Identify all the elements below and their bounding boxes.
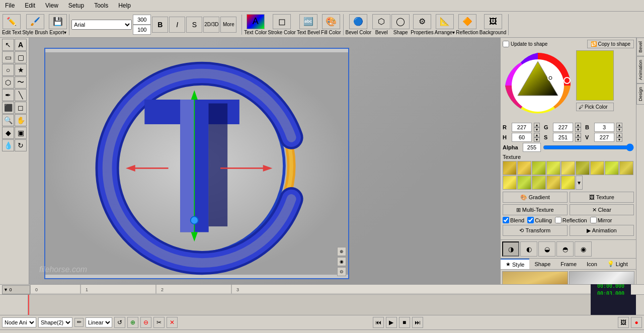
s-input[interactable] [553,133,573,142]
stroke-color-tool[interactable]: ◻ Stroke Color [268,14,296,35]
culling-checkbox[interactable] [527,217,534,223]
line-tool[interactable]: ╲ [15,89,27,101]
mirror-checkbox[interactable] [590,217,597,223]
texture-scroll-down[interactable]: ▼ [576,176,583,190]
tab-frame[interactable]: Frame [555,259,582,269]
texture-btn[interactable]: 🖼 Texture [570,192,634,203]
b-up[interactable]: ▲ [616,123,622,127]
bevel-tab-animation[interactable]: Animation [636,56,644,84]
polygon-tool[interactable]: ⬡ [2,76,14,89]
ellipse-tool[interactable]: ○ [2,64,14,76]
menu-help[interactable]: Help [115,1,134,10]
add-keyframe-btn[interactable]: ⊕ [127,317,138,328]
arrange-tool[interactable]: 📐 Arrange▾ [435,14,455,35]
texture-item-7[interactable] [605,161,619,175]
2d3d-btn[interactable]: 2D/3D [203,17,219,33]
s-up[interactable]: ▲ [575,133,581,137]
style-icon-btn-4[interactable]: ◓ [556,241,574,257]
s-dn[interactable]: ▼ [575,137,581,142]
clear-btn[interactable]: ✕ Clear [570,204,634,215]
round-rect-tool[interactable]: ▢ [15,51,27,63]
g-input[interactable] [553,123,573,132]
font-size-bottom[interactable] [133,25,151,35]
transform-btn[interactable]: ⟲ Transform [503,225,568,236]
timeline-track-area[interactable] [28,295,591,315]
text-bevel-tool[interactable]: 🔤 Text Bevel [297,14,320,35]
canvas-btn2[interactable]: ◉ [337,257,346,266]
bold-btn[interactable]: B [152,17,168,33]
pick-color-btn[interactable]: 🖊 Pick Color [576,103,614,111]
texture-item-13[interactable] [561,176,575,190]
alpha-input[interactable] [523,143,541,152]
multi-texture-btn[interactable]: ⊞ Multi-Texture [503,204,568,215]
curve-tool[interactable]: 〜 [15,76,27,89]
style-icon-btn-1[interactable]: ◑ [502,241,519,257]
texture-item-5[interactable] [576,161,590,175]
eraser-tool[interactable]: ◻ [15,102,27,114]
h-input[interactable] [512,133,532,142]
split-btn[interactable]: ✂ [153,317,165,328]
menu-setup[interactable]: Setup [65,1,87,10]
fill-tool[interactable]: ⬛ [2,102,14,114]
color-wheel[interactable] [503,50,573,121]
export-tool[interactable]: 💾 Export▾ [49,14,67,35]
delete-btn[interactable]: ✕ [167,317,178,328]
tab-icon[interactable]: Icon [582,259,602,269]
texture-item-12[interactable] [546,176,560,190]
b-dn[interactable]: ▼ [616,127,622,132]
menu-file[interactable]: File [2,1,18,10]
texture-item-10[interactable] [517,176,531,190]
v-up[interactable]: ▲ [616,133,622,137]
refresh-btn[interactable]: ↺ [114,317,125,328]
node-tool[interactable]: ◆ [2,127,14,139]
texture-item-8[interactable] [619,161,633,175]
style-item-metal[interactable]: Metal [569,271,635,284]
r-input[interactable] [512,123,532,132]
group-tool[interactable]: ▣ [15,127,27,139]
texture-item-3[interactable] [546,161,560,175]
rect-tool[interactable]: ▭ [2,51,14,63]
shape-tool[interactable]: ◯ Shape [391,14,410,35]
menu-view[interactable]: View [42,1,61,10]
select-tool[interactable]: ↖ [2,39,14,51]
record-btn[interactable]: ● [631,317,642,328]
h-up[interactable]: ▲ [534,133,540,137]
node-anim-select[interactable]: Node Ani [2,317,36,327]
extrude-btn[interactable]: S [186,17,202,33]
remove-keyframe-btn[interactable]: ⊖ [140,317,151,328]
shape-select[interactable]: Shape(2) [38,317,72,327]
texture-item-4[interactable] [561,161,575,175]
r-dn[interactable]: ▼ [534,127,540,132]
font-size-top[interactable] [133,15,151,25]
bevel-tool[interactable]: ⬡ Bevel [372,14,390,35]
style-icon-btn-2[interactable]: ◐ [520,241,537,257]
alpha-slider[interactable] [543,144,634,150]
animation-btn[interactable]: ▶ Animation [570,225,634,236]
italic-btn[interactable]: I [169,17,185,33]
rotate-tool[interactable]: ↻ [15,139,27,151]
bevel-color-tool[interactable]: 🔵 Bevel Color [346,14,372,35]
style-brush-tool[interactable]: 🖌️ Style Brush [22,14,48,35]
go-start-btn[interactable]: ⏮ [373,317,384,328]
canvas-frame[interactable]: ⊕ ◉ ⊝ [44,48,349,279]
texture-item-1[interactable] [517,161,531,175]
b-input[interactable] [594,123,614,132]
properties-tool[interactable]: ⚙ Properties [411,14,434,35]
texture-item-0[interactable] [503,161,517,175]
tab-shape[interactable]: Shape [529,259,555,269]
reflection-checkbox[interactable] [555,217,561,223]
style-icon-btn-5[interactable]: ◉ [575,241,592,257]
background-tool[interactable]: 🖼 Background [479,14,506,35]
texture-item-9[interactable] [503,176,517,190]
gradient-btn[interactable]: 🎨 Gradient [503,192,568,203]
tab-style[interactable]: ★ Style [501,259,529,269]
eyedrop-tool[interactable]: 💧 [2,139,14,151]
copy-to-shape-btn[interactable]: 🔁 Copy to shape [587,40,634,48]
blend-checkbox[interactable] [503,217,509,223]
font-select[interactable]: Arial [71,20,132,30]
menu-tools[interactable]: Tools [91,1,111,10]
text-tool[interactable]: A [15,39,27,51]
interpolation-select[interactable]: Linear [86,317,112,327]
bevel-tab-design[interactable]: Design [636,84,644,105]
h-dn[interactable]: ▼ [534,137,540,142]
